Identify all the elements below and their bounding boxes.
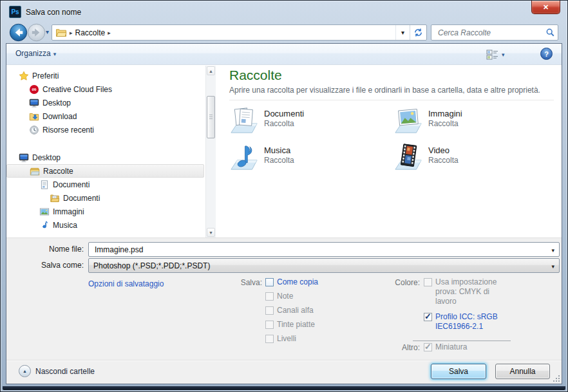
option-group-options: Come copiaNoteCanali alfaTinte piatteLiv… [265, 277, 318, 348]
sidebar-item-raccolte[interactable]: Raccolte [6, 164, 204, 178]
video-tile-icon [393, 142, 423, 172]
refresh-button[interactable] [410, 25, 426, 40]
sidebar-item-creative-cloud-files[interactable]: ∞Creative Cloud Files [6, 82, 205, 96]
library-name: Video [428, 145, 459, 155]
sidebar-group-desktop[interactable]: Desktop [6, 151, 205, 164]
filename-input[interactable] [93, 245, 545, 255]
help-icon: ? [544, 50, 549, 58]
filetype-label: Salva come: [19, 261, 84, 270]
checkbox-usa-impostazione-prova-cmyk-di-lavoro [424, 278, 432, 286]
chevron-down-icon: ▾ [53, 51, 57, 57]
sidebar-group-label: Preferiti [32, 71, 59, 80]
sidebar-item-immagini[interactable]: Immagini [6, 205, 205, 218]
chevron-down-icon: ▾ [502, 51, 505, 58]
cancel-button[interactable]: Annulla [495, 364, 550, 379]
checkbox-profilo-icc-srgb-iec61966-2-1[interactable] [424, 313, 432, 321]
libraries-icon [30, 166, 40, 176]
chevron-down-icon[interactable]: ▾ [551, 247, 554, 254]
sidebar-item-documenti[interactable]: Documenti [6, 191, 205, 205]
library-type: Raccolta [428, 119, 462, 128]
option-row: Tinte piatte [265, 320, 318, 334]
divider [6, 360, 562, 361]
sidebar-item-risorse-recenti[interactable]: Risorse recenti [6, 123, 205, 136]
sidebar-item-label: Desktop [43, 98, 71, 107]
sidebar-item-label: Risorse recenti [43, 126, 94, 135]
star-icon [19, 71, 29, 81]
option-label: Miniatura [435, 342, 511, 352]
option-group-options: Miniatura [424, 342, 511, 357]
chevron-down-icon[interactable]: ▾ [551, 263, 554, 270]
change-view-button[interactable]: ▾ [486, 48, 516, 61]
search-input[interactable] [437, 28, 545, 38]
option-label: Livelli [277, 334, 296, 343]
option-group-label: Colore: [374, 277, 420, 287]
forward-button[interactable] [27, 23, 46, 42]
help-button[interactable]: ? [540, 48, 553, 60]
option-label: Profilo ICC: sRGB IEC61966-2.1 [435, 312, 511, 331]
organize-menu-button[interactable]: Organizza▾ [15, 49, 56, 58]
save-button[interactable]: Salva [431, 364, 486, 379]
scrollbar-thumb[interactable] [207, 96, 215, 138]
library-tile-musica[interactable]: MusicaRaccolta [229, 142, 393, 179]
option-label: Note [277, 292, 293, 301]
divider [413, 341, 511, 341]
back-button[interactable] [9, 23, 28, 42]
library-tile-immagini[interactable]: ImmaginiRaccolta [393, 106, 558, 142]
filetype-select[interactable]: Photoshop (*.PSD;*.PDD;*.PSDT) ▾ [88, 258, 560, 273]
library-tile-video[interactable]: VideoRaccolta [393, 142, 558, 179]
scroll-up-button[interactable]: ▲ [207, 66, 215, 75]
library-name: Musica [264, 145, 294, 155]
sidebar-item-label: Creative Cloud Files [43, 85, 112, 94]
library-name: Immagini [428, 109, 462, 118]
resize-grip[interactable] [558, 380, 560, 382]
libraries-subtitle: Aprire una raccolta per visualizzare i f… [229, 86, 540, 95]
filename-combo[interactable]: ▾ [88, 242, 560, 257]
sidebar-item-desktop[interactable]: Desktop [6, 96, 205, 109]
search-box[interactable] [431, 24, 558, 41]
option-group-label: Salva: [220, 277, 262, 287]
dialog-client-area: Organizza▾ ▾ ? Preferiti∞Creative Cloud … [6, 43, 562, 384]
libraries-title: Raccolte [229, 68, 282, 83]
scroll-down-button[interactable]: ▼ [207, 228, 215, 237]
sidebar-scrollbar[interactable]: ▲ ▼ [205, 66, 216, 238]
checkbox-note [265, 292, 274, 301]
library-type: Raccolta [264, 119, 304, 128]
recent-locations-dropdown[interactable]: ▾ [46, 28, 49, 35]
option-row: Come copia [265, 277, 318, 292]
library-type: Raccolta [264, 156, 294, 165]
pictures-icon [39, 207, 50, 217]
sidebar-group-gap [6, 136, 205, 151]
option-label: Come copia [277, 277, 318, 286]
search-icon[interactable] [545, 28, 555, 37]
option-row: Usa impostazione prova: CMYK di lavoro [424, 277, 511, 306]
hide-folders-button[interactable]: ▲ Nascondi cartelle [19, 365, 95, 377]
sidebar-item-download[interactable]: Download [6, 109, 205, 123]
option-label: Canali alfa [277, 306, 314, 315]
hide-folders-label: Nascondi cartelle [35, 367, 95, 376]
sidebar-item-musica[interactable]: Musica [6, 218, 205, 232]
library-tile-documenti[interactable]: DocumentiRaccolta [229, 106, 393, 142]
desktop-icon [19, 153, 29, 163]
sidebar-item-label: Documenti [53, 180, 90, 189]
svg-text:∞: ∞ [32, 86, 37, 93]
address-dropdown-button[interactable]: ▾ [395, 25, 410, 40]
library-tile-text: VideoRaccolta [428, 142, 459, 165]
location-folder-icon [55, 27, 67, 39]
close-icon: ✕ [543, 3, 549, 12]
browse-area: Preferiti∞Creative Cloud FilesDesktopDow… [6, 66, 562, 238]
breadcrumb-location[interactable]: Raccolte [75, 28, 106, 37]
option-group-options: Usa impostazione prova: CMYK di lavoroPr… [424, 277, 511, 337]
option-row: Profilo ICC: sRGB IEC61966-2.1 [424, 312, 511, 331]
sidebar-group-label: Desktop [32, 153, 61, 162]
sidebar-group-preferiti[interactable]: Preferiti [6, 69, 205, 82]
close-button[interactable]: ✕ [531, 1, 560, 14]
library-tile-text: DocumentiRaccolta [264, 106, 304, 128]
folder-documents-icon [50, 193, 60, 203]
save-options-link[interactable]: Opzioni di salvataggio [88, 279, 164, 288]
sidebar-item-documenti[interactable]: Documenti [6, 178, 205, 191]
photoshop-app-icon: Ps [9, 6, 21, 18]
checkbox-come-copia[interactable] [265, 278, 274, 286]
address-bar[interactable]: ▸ Raccolte ▸ ▾ [52, 24, 427, 41]
sidebar-item-label: Raccolte [43, 167, 73, 176]
breadcrumb-arrow-icon[interactable]: ▸ [108, 30, 111, 36]
